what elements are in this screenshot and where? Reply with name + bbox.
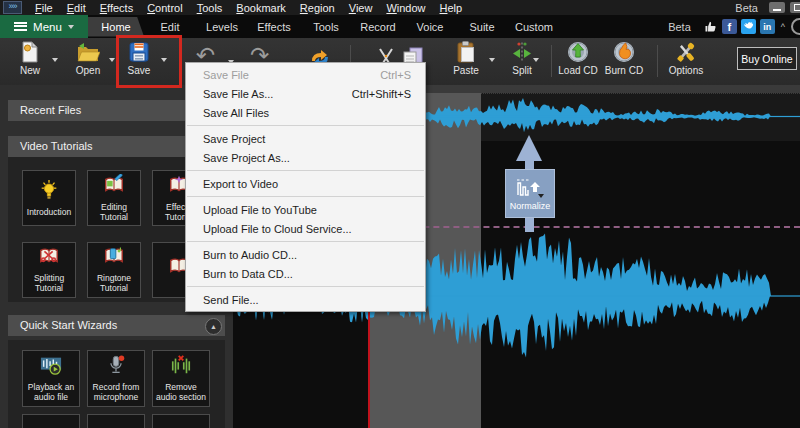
app-logo-icon: »» [3, 1, 22, 14]
ribbon-tab[interactable]: Suite [456, 17, 508, 37]
load-cd-icon [566, 40, 590, 64]
save-highlight-annotation [116, 35, 182, 88]
menu-item[interactable]: Save All Files [186, 103, 425, 122]
new-button[interactable]: New [4, 40, 56, 83]
paste-button[interactable]: Paste [440, 40, 492, 83]
minimize-button[interactable] [769, 2, 785, 13]
buy-online-button[interactable]: Buy Online [737, 47, 797, 70]
options-button[interactable]: Options [660, 40, 712, 83]
menubar-item[interactable]: Edit [67, 2, 86, 14]
menubar-right: Beta [735, 2, 800, 14]
menu-item[interactable]: Burn to Data CD... [186, 264, 425, 283]
menubar-item[interactable]: Bookmark [236, 2, 286, 14]
like-icon[interactable] [703, 19, 718, 34]
new-dropdown-icon[interactable] [52, 58, 58, 62]
menu-item[interactable] [186, 238, 425, 245]
menu-item[interactable]: Upload File to Cloud Service... [186, 219, 425, 238]
wavepad-window: »» FileEditEffectsControlToolsBookmarkRe… [0, 0, 800, 428]
waveform-play-icon [40, 354, 62, 380]
restore-button[interactable] [790, 2, 800, 13]
tutorial-tile[interactable]: Splitting Tutorial [22, 242, 76, 298]
menubar-item[interactable]: Effects [100, 2, 133, 14]
help-icon[interactable] [791, 18, 800, 35]
wizard-tile[interactable]: Record from microphone [87, 350, 145, 407]
quick-start-panel: Playback an audio file Record from micro… [8, 340, 225, 428]
ribbon-tab[interactable]: Edit [144, 17, 196, 37]
menu-item[interactable] [186, 167, 425, 174]
menu-item[interactable]: Save File As... Ctrl+Shift+S [186, 84, 425, 103]
beta-label-2: Beta [668, 21, 691, 33]
book-phone-icon [103, 245, 125, 271]
split-button[interactable]: Split [496, 40, 548, 83]
wizard-tile[interactable]: Playback an audio file [22, 350, 80, 407]
menubar-item[interactable]: File [35, 2, 53, 14]
waveform-remove-icon [170, 354, 192, 380]
load-cd-button[interactable]: Load CD [552, 40, 604, 83]
menu-button-label: Menu [33, 21, 62, 33]
menubar-item[interactable]: Window [386, 2, 425, 14]
menu-item[interactable]: Export to Video [186, 174, 425, 193]
normalize-button[interactable]: Normalize [505, 169, 555, 218]
paste-icon [454, 40, 478, 64]
ribbon-tab[interactable]: Record [352, 17, 404, 37]
split-icon [510, 40, 534, 64]
menu-item[interactable] [186, 283, 425, 290]
menu-item[interactable]: Burn to Audio CD... [186, 245, 425, 264]
twitter-icon[interactable] [741, 19, 756, 34]
menubar-item[interactable]: View [349, 2, 373, 14]
collapse-ribbon-icon[interactable]: ^ [781, 22, 785, 32]
menu-item[interactable]: Save Project As... [186, 148, 425, 167]
menubar-item[interactable]: Region [300, 2, 335, 14]
open-folder-icon [76, 40, 100, 64]
normalize-glyph-icon [515, 177, 545, 199]
menu-button[interactable]: Menu [0, 15, 88, 38]
menu-item[interactable] [186, 122, 425, 129]
save-dropdown-menu: Save File Ctrl+S Save File As... Ctrl+Sh… [185, 62, 426, 312]
menu-item[interactable]: Save File Ctrl+S [186, 65, 425, 84]
beta-label: Beta [735, 2, 758, 14]
book-scissors-icon [38, 245, 60, 271]
facebook-icon[interactable]: f [722, 19, 737, 34]
tutorial-tile[interactable]: Ringtone Tutorial [87, 242, 141, 298]
separator [657, 45, 658, 77]
ribbon-tab[interactable]: Voice [404, 17, 456, 37]
collapse-section-icon[interactable]: ▲ [205, 318, 222, 335]
wizard-tile[interactable] [22, 414, 80, 428]
burn-cd-button[interactable]: Burn CD [598, 40, 650, 83]
menubar-item[interactable]: Help [440, 2, 463, 14]
open-button[interactable]: Open [62, 40, 114, 83]
menubar-item[interactable]: Tools [197, 2, 223, 14]
wizard-tile[interactable]: Remove audio section [152, 350, 210, 407]
hamburger-icon [14, 22, 27, 31]
menubar-items: FileEditEffectsControlToolsBookmarkRegio… [28, 2, 469, 14]
menu-item[interactable]: Send File... [186, 290, 425, 309]
options-tools-icon [674, 40, 698, 64]
ribbon-tab[interactable]: Effects [248, 17, 300, 37]
menu-item[interactable] [186, 193, 425, 200]
book-edit-icon [103, 174, 125, 200]
burn-cd-icon [612, 40, 636, 64]
menu-item[interactable]: Save Project [186, 129, 425, 148]
ribbon-tab[interactable]: Tools [300, 17, 352, 37]
split-dropdown-icon[interactable] [533, 58, 539, 62]
lightbulb-icon [38, 179, 60, 205]
menubar: »» FileEditEffectsControlToolsBookmarkRe… [0, 0, 800, 15]
quick-start-wizards-header[interactable]: Quick Start Wizards ▲ [8, 315, 225, 336]
ribbon-tab[interactable]: Custom [508, 17, 560, 37]
microphone-record-icon [105, 354, 127, 380]
wizard-tile[interactable] [152, 414, 210, 428]
menubar-item[interactable]: Control [147, 2, 182, 14]
normalize-arrow-icon [516, 135, 542, 161]
wizard-tile[interactable] [87, 414, 145, 428]
ribbon-tab[interactable]: Levels [196, 17, 248, 37]
menu-item[interactable]: Upload File to YouTube [186, 200, 425, 219]
chevron-down-icon [68, 25, 74, 29]
paste-dropdown-icon[interactable] [489, 58, 495, 62]
tabbar-right: Beta f in ^ [668, 18, 800, 35]
tutorial-tile[interactable]: Introduction [22, 170, 76, 226]
ribbon-tab[interactable]: Home [88, 17, 144, 37]
tutorial-tile[interactable]: Editing Tutorial [87, 170, 141, 226]
linkedin-icon[interactable]: in [760, 19, 775, 34]
new-file-icon [18, 40, 42, 64]
